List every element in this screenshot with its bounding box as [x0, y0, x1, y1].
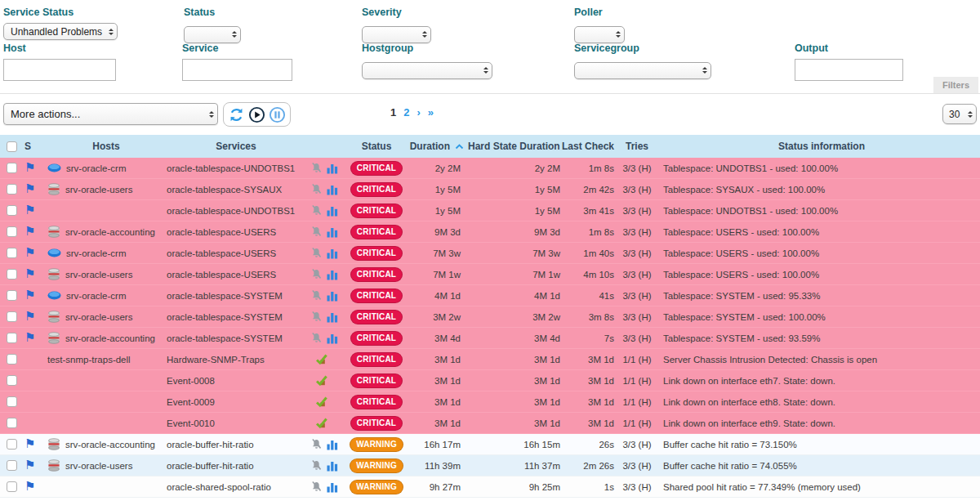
row-checkbox[interactable] [7, 439, 17, 450]
host-name-link[interactable]: srv-oracle-accounting [65, 440, 155, 450]
row-checkbox[interactable] [7, 333, 17, 343]
service-name-link[interactable]: oracle-tablespace-USERS [167, 248, 276, 258]
row-checkbox[interactable] [7, 396, 17, 407]
service-graph-icon[interactable] [327, 290, 338, 302]
col-header-duration[interactable]: Duration [403, 141, 466, 152]
notify-cell [305, 332, 327, 344]
service-name-link[interactable]: oracle-tablespace-SYSAUX [167, 185, 282, 195]
service-name-link[interactable]: Hardware-SNMP-Traps [167, 355, 265, 365]
col-header-status[interactable]: Status [350, 141, 403, 152]
row-checkbox[interactable] [7, 311, 17, 322]
row-checkbox[interactable] [7, 481, 17, 492]
host-name-link[interactable]: srv-oracle-crm [66, 163, 126, 173]
row-checkbox[interactable] [7, 184, 17, 195]
row-checkbox[interactable] [7, 226, 17, 237]
servicegroup-select[interactable] [574, 62, 711, 79]
col-header-last-check[interactable]: Last Check [562, 141, 616, 152]
service-name-link[interactable]: oracle-tablespace-UNDOTBS1 [167, 163, 295, 173]
row-checkbox[interactable] [7, 418, 17, 428]
row-checkbox[interactable] [7, 248, 17, 258]
service-name-link[interactable]: oracle-buffer-hit-ratio [167, 440, 254, 450]
service-cell: Hardware-SNMP-Traps [165, 355, 305, 365]
service-name-link[interactable]: oracle-tablespace-UNDOTBS1 [167, 206, 295, 216]
filter-status: Status [184, 7, 241, 43]
hard-state-duration-cell: 3M 1d [466, 418, 562, 428]
service-name-link[interactable]: oracle-shared-spool-ratio [167, 482, 271, 492]
col-header-s[interactable]: S [23, 141, 41, 152]
select-all-checkbox[interactable] [7, 141, 17, 152]
service-name-link[interactable]: Event-0010 [167, 418, 215, 428]
play-button[interactable] [248, 106, 265, 123]
severity-select[interactable] [362, 26, 431, 43]
host-name-link[interactable]: srv-oracle-crm [66, 291, 126, 301]
col-header-hard-state-duration[interactable]: Hard State Duration [466, 141, 562, 152]
host-name-link[interactable]: srv-oracle-users [65, 461, 132, 471]
host-name-link[interactable]: srv-oracle-accounting [65, 333, 155, 343]
host-name-link[interactable]: srv-oracle-users [65, 185, 132, 195]
service-graph-icon[interactable] [327, 311, 338, 323]
host-name-link[interactable]: srv-oracle-users [65, 270, 132, 280]
service-graph-icon[interactable] [327, 248, 338, 259]
row-checkbox[interactable] [7, 205, 17, 216]
col-header-tries[interactable]: Tries [616, 141, 658, 152]
hostgroup-select[interactable] [362, 62, 492, 79]
host-cell: srv-oracle-accounting [41, 332, 165, 344]
row-checkbox[interactable] [7, 354, 17, 365]
row-checkbox[interactable] [7, 460, 17, 471]
host-input[interactable] [3, 59, 116, 81]
poller-select[interactable] [574, 26, 625, 43]
service-status-select[interactable]: Unhandled Problems [3, 23, 118, 40]
row-checkbox[interactable] [7, 269, 17, 280]
service-name-link[interactable]: Event-0009 [167, 397, 215, 407]
service-name-link[interactable]: oracle-tablespace-SYSTEM [167, 333, 283, 343]
page-last-link[interactable]: » [428, 106, 434, 119]
notify-cell [305, 396, 327, 408]
more-actions-select[interactable]: More actions... [3, 103, 218, 125]
host-name-link[interactable]: srv-oracle-crm [66, 248, 126, 258]
service-input[interactable] [182, 59, 292, 81]
page-next-link[interactable]: › [416, 106, 420, 119]
service-name-link[interactable]: oracle-tablespace-SYSTEM [167, 291, 283, 301]
host-name-link[interactable]: srv-oracle-users [65, 312, 132, 322]
service-graph-icon[interactable] [327, 439, 338, 450]
service-graph-icon[interactable] [327, 205, 338, 217]
host-name-link[interactable]: srv-oracle-accounting [65, 227, 155, 237]
service-graph-icon[interactable] [327, 333, 338, 344]
pause-button[interactable] [269, 106, 286, 123]
service-graph-icon[interactable] [327, 163, 338, 174]
row-checkbox[interactable] [7, 163, 17, 173]
col-header-status-information[interactable]: Status information [658, 141, 980, 152]
service-graph-icon[interactable] [327, 481, 338, 493]
row-checkbox[interactable] [7, 375, 17, 386]
toolbar: More actions... 12›» 30 [0, 94, 980, 135]
row-checkbox[interactable] [7, 290, 17, 301]
service-name-link[interactable]: oracle-tablespace-SYSTEM [167, 312, 283, 322]
filters-tab[interactable]: Filters [933, 77, 978, 93]
service-graph-icon[interactable] [327, 184, 338, 195]
host-name-link[interactable]: test-snmp-traps-dell [47, 355, 131, 365]
refresh-button[interactable] [228, 106, 245, 123]
service-name-link[interactable]: Event-0008 [167, 376, 215, 386]
select-stepper-icon [702, 65, 707, 76]
service-graph-icon[interactable] [327, 226, 338, 238]
per-page-select[interactable]: 30 [942, 104, 977, 124]
service-graph-icon[interactable] [327, 269, 338, 280]
service-name-link[interactable]: oracle-buffer-hit-ratio [167, 461, 254, 471]
filter-service: Service [182, 42, 292, 81]
service-cell: Event-0008 [165, 376, 305, 386]
pagination: 12›» [390, 106, 434, 119]
service-name-link[interactable]: oracle-tablespace-USERS [167, 227, 276, 237]
page-2-link[interactable]: 2 [403, 106, 409, 119]
status-information-cell: Tablespace: UNDOTBS1 - used: 100.00% [658, 206, 980, 216]
table-row: ⚑srv-oracle-usersoracle-tablespace-SYSTE… [0, 306, 980, 328]
service-name-link[interactable]: oracle-tablespace-USERS [167, 270, 276, 280]
col-header-services[interactable]: Services [165, 141, 305, 152]
output-input[interactable] [795, 59, 903, 81]
status-select[interactable] [184, 26, 241, 43]
notify-cell [305, 311, 327, 323]
service-graph-icon[interactable] [327, 460, 338, 472]
page-1-link[interactable]: 1 [390, 106, 396, 119]
status-cell: CRITICAL [350, 204, 403, 218]
col-header-hosts[interactable]: Hosts [41, 141, 165, 152]
status-information-cell: Tablespace: USERS - used: 100.00% [658, 270, 980, 280]
